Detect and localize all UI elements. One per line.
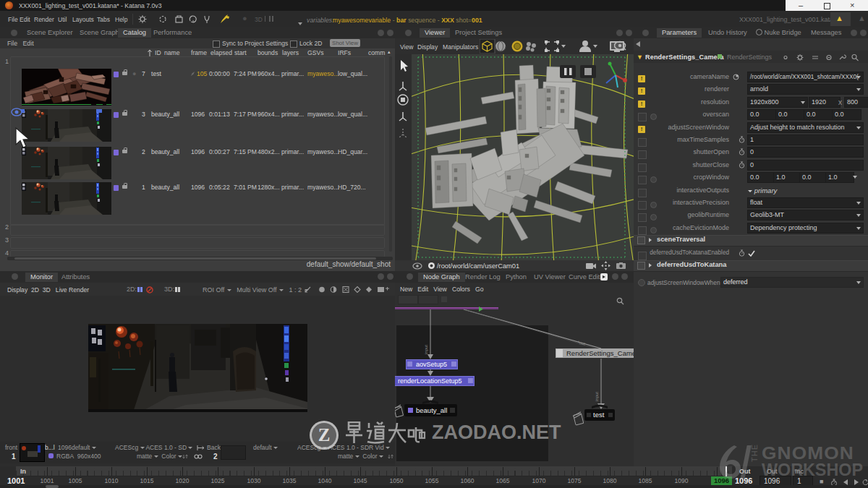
svg-text:THE: THE	[750, 444, 759, 462]
svg-text:input: input	[595, 392, 599, 401]
svg-text:input: input	[424, 345, 428, 354]
svg-text:WORKSHOP: WORKSHOP	[762, 461, 863, 479]
svg-text:*out: *out	[577, 340, 586, 346]
